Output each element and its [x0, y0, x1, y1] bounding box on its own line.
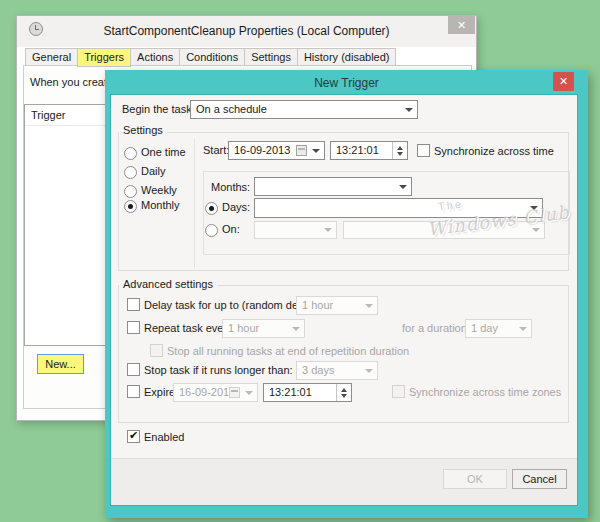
delay-task-dropdown[interactable]: 1 hour	[296, 296, 378, 315]
stop-all-tasks-checkbox[interactable]	[150, 344, 163, 357]
settings-separator	[194, 139, 195, 268]
stop-task-checkbox[interactable]	[127, 363, 140, 376]
stop-task-label: Stop task if it runs longer than:	[144, 364, 293, 377]
sync-across-time-checkbox[interactable]	[417, 144, 430, 157]
on-week-dropdown[interactable]	[254, 221, 337, 239]
stop-task-value: 3 days	[302, 364, 334, 376]
radio-one-time[interactable]	[124, 147, 137, 160]
desktop-background: StartComponentCleanup Properties (Local …	[0, 0, 600, 522]
advanced-group-label: Advanced settings	[119, 278, 217, 291]
properties-close-button[interactable]: ✕	[448, 16, 475, 34]
start-date-picker[interactable]: 16-09-2013	[228, 141, 325, 160]
stop-all-tasks-label: Stop all running tasks at end of repetit…	[167, 345, 409, 358]
radio-days[interactable]	[205, 202, 218, 215]
start-date-value: 16-09-2013	[234, 144, 290, 156]
repeat-task-value: 1 hour	[228, 322, 259, 334]
expire-date-picker[interactable]: 16-09-2014	[173, 383, 258, 402]
days-label: Days:	[222, 201, 250, 214]
expire-time-spinner[interactable]: 13:21:01	[263, 383, 352, 402]
radio-daily[interactable]	[124, 166, 137, 179]
tab-triggers[interactable]: Triggers	[77, 48, 131, 67]
radio-one-time-label: One time	[141, 146, 186, 159]
chevron-down-icon	[320, 222, 336, 238]
duration-value: 1 day	[471, 322, 498, 334]
triggers-intro-text: When you create	[30, 76, 113, 89]
chevron-down-icon	[361, 297, 377, 314]
properties-dialog-title: StartComponentCleanup Properties (Local …	[17, 24, 476, 38]
ok-button[interactable]: OK	[443, 469, 507, 489]
on-weekday-dropdown[interactable]	[343, 221, 545, 239]
repeat-task-checkbox[interactable]	[127, 321, 140, 334]
chevron-down-icon	[361, 362, 377, 379]
chevron-down-icon	[401, 101, 417, 118]
expire-date-value: 16-09-2014	[179, 386, 235, 398]
radio-daily-label: Daily	[141, 165, 165, 178]
months-label: Months:	[211, 181, 250, 194]
stop-task-dropdown[interactable]: 3 days	[296, 361, 378, 380]
chevron-down-icon	[526, 199, 542, 217]
chevron-down-icon	[515, 320, 531, 337]
duration-dropdown[interactable]: 1 day	[465, 319, 532, 338]
chevron-down-icon	[308, 142, 324, 159]
delay-task-label: Delay task for up to (random delay):	[144, 299, 319, 312]
radio-monthly-label: Monthly	[141, 199, 180, 212]
spinner-up-down-icon[interactable]	[336, 384, 351, 401]
new-trigger-close-button[interactable]: ✕	[553, 72, 574, 91]
radio-weekly[interactable]	[124, 185, 137, 198]
begin-task-dropdown[interactable]: On a schedule	[190, 100, 418, 119]
enabled-label: Enabled	[144, 431, 184, 444]
radio-monthly[interactable]	[124, 200, 137, 213]
delay-task-value: 1 hour	[302, 299, 333, 311]
settings-group-label: Settings	[119, 124, 167, 137]
enabled-checkbox[interactable]	[127, 430, 140, 443]
dialog-footer	[111, 458, 577, 505]
months-dropdown[interactable]	[254, 177, 412, 196]
start-time-spinner[interactable]: 13:21:01	[330, 141, 408, 160]
new-trigger-dialog-title: New Trigger	[105, 76, 588, 90]
on-label: On:	[222, 223, 240, 236]
expire-time-value: 13:21:01	[269, 386, 312, 398]
expire-checkbox[interactable]	[127, 385, 140, 398]
sync-time-zones-label: Synchronize across time zones	[409, 386, 561, 399]
chevron-down-icon	[395, 178, 411, 195]
new-trigger-content: Begin the task: On a schedule Settings O…	[111, 95, 577, 505]
radio-weekly-label: Weekly	[141, 184, 177, 197]
chevron-down-icon	[241, 384, 257, 401]
chevron-down-icon	[528, 222, 544, 238]
radio-on[interactable]	[205, 224, 218, 237]
repeat-task-dropdown[interactable]: 1 hour	[222, 319, 305, 338]
chevron-down-icon	[288, 320, 304, 337]
new-trigger-button[interactable]: New...	[37, 354, 84, 374]
calendar-icon	[296, 145, 307, 156]
delay-task-checkbox[interactable]	[127, 298, 140, 311]
start-label: Start:	[203, 144, 229, 157]
sync-time-zones-checkbox[interactable]	[392, 385, 405, 398]
spinner-up-down-icon[interactable]	[392, 142, 407, 159]
properties-titlebar[interactable]: StartComponentCleanup Properties (Local …	[17, 16, 476, 47]
calendar-icon	[229, 387, 240, 398]
sync-across-time-label: Synchronize across time	[434, 145, 554, 158]
cancel-button[interactable]: Cancel	[512, 469, 567, 489]
start-time-value: 13:21:01	[336, 144, 379, 156]
begin-task-value: On a schedule	[196, 103, 267, 115]
begin-task-label: Begin the task:	[122, 103, 195, 116]
new-trigger-dialog: New Trigger ✕ Begin the task: On a sched…	[105, 70, 588, 518]
days-dropdown[interactable]	[254, 198, 543, 218]
